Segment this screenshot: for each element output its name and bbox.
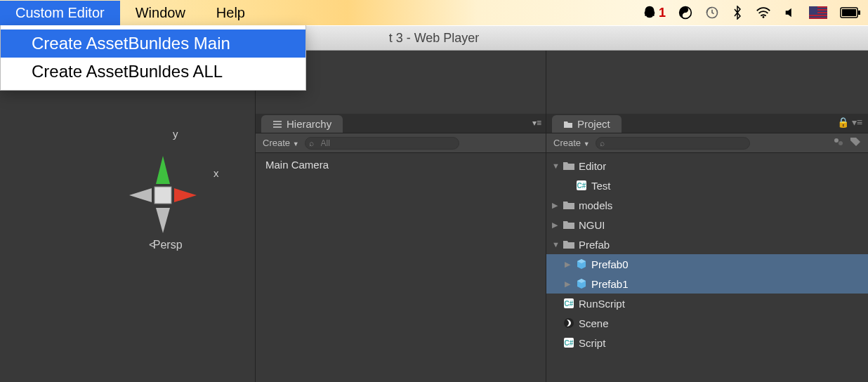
tab-project[interactable]: Project	[552, 115, 622, 133]
svg-rect-9	[809, 6, 817, 13]
prefab-icon	[574, 278, 588, 289]
orientation-gizmo[interactable]	[112, 143, 211, 242]
project-item-models[interactable]: ▶models	[546, 195, 868, 215]
project-item-label: RunScript	[579, 298, 625, 310]
project-item-label: NGUI	[579, 219, 605, 231]
menu-help[interactable]: Help	[201, 1, 261, 25]
menu-window[interactable]: Window	[120, 1, 201, 25]
project-item-script[interactable]: C#Script	[546, 333, 868, 353]
folder-icon	[562, 200, 576, 210]
wifi-icon[interactable]	[756, 6, 771, 19]
folder-icon	[562, 161, 576, 171]
dropdown-item-create-main[interactable]: Create AssetBunldes Main	[1, 29, 305, 58]
search-icon: ⌕	[600, 138, 605, 148]
project-item-ngui[interactable]: ▶NGUI	[546, 215, 868, 235]
project-toolbar: Create ▼ ⌕	[546, 133, 868, 153]
svg-point-18	[834, 138, 839, 143]
menu-status-area: 1	[642, 5, 868, 20]
project-item-label: Prefab0	[591, 258, 629, 270]
project-create-button[interactable]: Create ▼	[553, 138, 590, 148]
window-title: t 3 - Web Player	[389, 31, 480, 46]
volume-icon[interactable]	[784, 6, 796, 19]
axis-y-label-text: y	[173, 128, 178, 140]
hierarchy-item[interactable]: Main Camera	[256, 156, 546, 173]
search-icon: ⌕	[309, 138, 314, 148]
project-panel: Project 🔒 ▾≡ Create ▼ ⌕ ▼EditorC#Test▶mo…	[546, 51, 868, 382]
time-machine-icon[interactable]	[705, 6, 719, 20]
expand-arrow-icon[interactable]: ▶	[565, 260, 574, 269]
lock-icon[interactable]: 🔒 ▾≡	[837, 117, 862, 128]
qq-icon[interactable]: 1	[642, 5, 666, 20]
project-item-runscript[interactable]: C#RunScript	[546, 294, 868, 313]
project-item-label: Script	[579, 337, 605, 349]
project-item-scene[interactable]: Scene	[546, 313, 868, 333]
project-item-test[interactable]: C#Test	[546, 176, 868, 195]
hierarchy-panel: Hierarchy ▾≡ Create ▼ ⌕ Main Camera	[255, 51, 546, 382]
project-item-prefab[interactable]: ▼Prefab	[546, 235, 868, 254]
hierarchy-create-button[interactable]: Create ▼	[263, 138, 299, 148]
folder-icon	[562, 239, 576, 249]
hierarchy-toolbar: Create ▼ ⌕	[256, 133, 546, 153]
yin-yang-icon[interactable]	[678, 6, 692, 20]
bluetooth-icon[interactable]	[732, 6, 743, 20]
svg-text:C#: C#	[565, 300, 574, 308]
project-search-input[interactable]	[596, 137, 750, 150]
panel-menu-icon[interactable]: ▾≡	[532, 118, 541, 128]
filter-by-type-icon[interactable]	[833, 137, 844, 149]
hierarchy-icon	[272, 120, 282, 129]
project-item-label: Prefab1	[591, 278, 629, 290]
svg-rect-13	[154, 187, 171, 204]
hierarchy-search-input[interactable]	[305, 137, 459, 150]
hierarchy-tab-label: Hierarchy	[287, 118, 331, 130]
scene-icon	[562, 317, 576, 329]
tab-hierarchy[interactable]: Hierarchy	[261, 115, 343, 133]
project-tree: ▼EditorC#Test▶models▶NGUI▼Prefab▶Prefab0…	[546, 153, 868, 382]
svg-marker-15	[174, 188, 197, 202]
axis-x-label-text: x	[213, 167, 219, 179]
hierarchy-tab-row: Hierarchy ▾≡	[256, 114, 546, 133]
qq-badge: 1	[659, 6, 666, 20]
svg-point-2	[763, 16, 765, 18]
editor-body: ▾≡ y x	[0, 51, 868, 382]
project-item-prefab1[interactable]: ▶Prefab1	[546, 274, 868, 294]
project-tab-row: Project 🔒 ▾≡	[546, 114, 868, 133]
project-item-editor[interactable]: ▼Editor	[546, 156, 868, 176]
custom-editor-dropdown: Create AssetBunldes Main Create AssetBun…	[0, 25, 306, 91]
menu-bar: Custom Editor Window Help 1	[0, 0, 868, 25]
svg-point-19	[839, 141, 843, 145]
filter-by-label-icon[interactable]	[850, 137, 861, 149]
svg-rect-7	[809, 15, 827, 16]
scene-panel: ▾≡ y x	[0, 51, 255, 382]
svg-text:C#: C#	[577, 182, 586, 190]
expand-arrow-icon[interactable]: ▼	[552, 240, 562, 249]
svg-marker-16	[129, 188, 152, 202]
project-item-label: Editor	[579, 160, 606, 172]
expand-arrow-icon[interactable]: ▼	[552, 162, 562, 170]
dropdown-item-create-all[interactable]: Create AssetBunldes ALL	[1, 58, 305, 86]
svg-marker-14	[156, 156, 170, 184]
folder-icon	[563, 120, 573, 129]
svg-marker-17	[156, 208, 170, 233]
expand-arrow-icon[interactable]: ▶	[565, 279, 574, 289]
persp-label[interactable]: Persp	[149, 239, 183, 251]
project-item-prefab0[interactable]: ▶Prefab0	[546, 254, 868, 274]
project-tab-label: Project	[577, 118, 610, 130]
script-icon: C#	[574, 180, 588, 191]
hierarchy-content: Main Camera	[256, 153, 546, 382]
svg-text:C#: C#	[565, 339, 574, 347]
svg-rect-11	[858, 11, 860, 15]
svg-rect-12	[842, 9, 856, 16]
battery-icon[interactable]	[840, 7, 861, 18]
prefab-icon	[574, 258, 588, 270]
project-item-label: Test	[591, 180, 611, 192]
project-item-label: Scene	[579, 317, 609, 329]
script-icon: C#	[562, 298, 576, 309]
project-item-label: models	[579, 199, 612, 211]
svg-rect-8	[809, 18, 827, 19]
expand-arrow-icon[interactable]: ▶	[552, 201, 562, 210]
project-item-label: Prefab	[579, 239, 610, 251]
flag-icon[interactable]	[809, 6, 827, 19]
expand-arrow-icon[interactable]: ▶	[552, 220, 562, 230]
menu-custom-editor[interactable]: Custom Editor	[0, 1, 120, 25]
scene-view[interactable]: y x Persp	[0, 90, 255, 382]
